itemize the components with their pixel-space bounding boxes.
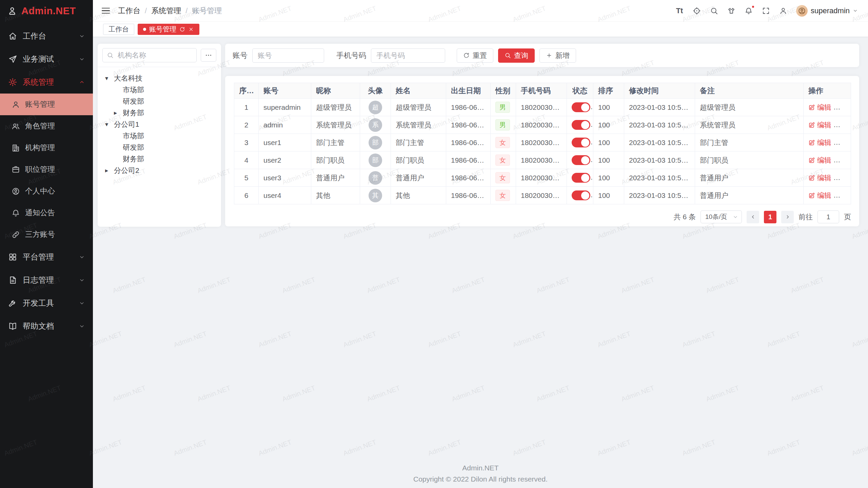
cell-nickname: 其他 <box>311 187 360 204</box>
sidebar-item[interactable]: 帮助文档 <box>0 314 93 338</box>
sidebar-item[interactable]: 工作台 <box>0 24 93 47</box>
edit-button[interactable]: 编辑 <box>808 103 831 112</box>
tree-node[interactable]: 市场部 <box>101 130 218 142</box>
row-avatar: 普 <box>369 171 382 185</box>
reset-button[interactable]: 重置 <box>457 48 493 63</box>
tree-node[interactable]: ▸财务部 <box>101 107 218 119</box>
tree-node[interactable]: 市场部 <box>101 84 218 96</box>
notification-icon[interactable] <box>744 6 753 15</box>
tab-active[interactable]: 账号管理 <box>138 24 199 35</box>
cell-modify-time: 2023-01-03 10:59:44 <box>624 99 695 116</box>
app-logo[interactable]: Admin.NET <box>0 0 93 22</box>
caret-right-icon[interactable]: ▸ <box>114 109 123 117</box>
more-actions-button[interactable] <box>839 157 846 164</box>
breadcrumb-item[interactable]: 系统管理 <box>151 6 181 16</box>
status-toggle[interactable] <box>572 173 590 183</box>
sidebar-item[interactable]: 开发工具 <box>0 291 93 314</box>
edit-button[interactable]: 编辑 <box>808 191 831 200</box>
tree-node[interactable]: ▾分公司1 <box>101 119 218 130</box>
cell-name: 超级管理员 <box>391 99 446 116</box>
tree-node[interactable]: 研发部 <box>101 142 218 153</box>
cell-birthdate: 1986-06-28 <box>446 169 491 187</box>
status-toggle[interactable] <box>572 102 590 112</box>
status-toggle[interactable] <box>572 155 590 165</box>
tree-node[interactable]: 财务部 <box>101 153 218 165</box>
next-page-button[interactable] <box>781 211 794 223</box>
phone-input[interactable] <box>371 48 445 63</box>
search-icon[interactable] <box>710 6 718 15</box>
more-actions-button[interactable] <box>839 139 846 146</box>
accounts-table: 序号账号昵称头像姓名出生日期性别手机号码状态排序修改时间备注操作 1 super… <box>234 83 851 204</box>
add-button[interactable]: 新增 <box>539 48 576 63</box>
cell-account: user2 <box>259 151 311 169</box>
goto-page-input[interactable] <box>817 210 839 223</box>
more-actions-button[interactable] <box>839 121 846 129</box>
profile-icon[interactable] <box>779 6 788 15</box>
search-button[interactable]: 查询 <box>498 48 535 63</box>
hamburger-menu-icon[interactable] <box>102 8 110 14</box>
more-actions-button[interactable] <box>839 174 846 182</box>
cell-actions: 编辑 <box>804 116 851 134</box>
tab-refresh-icon[interactable] <box>179 26 185 32</box>
sidebar-item[interactable]: 平台管理 <box>0 245 93 268</box>
edit-button[interactable]: 编辑 <box>808 156 831 165</box>
status-toggle[interactable] <box>572 120 590 130</box>
row-avatar: 部 <box>369 136 382 149</box>
caret-down-icon[interactable]: ▾ <box>105 121 114 128</box>
cell-nickname: 系统管理员 <box>311 116 360 134</box>
user-menu[interactable]: superadmin <box>796 5 858 17</box>
cell-actions: 编辑 <box>804 151 851 169</box>
edit-button[interactable]: 编辑 <box>808 173 831 183</box>
tree-node[interactable]: ▾大名科技 <box>101 73 218 84</box>
table-row: 5 user3 普通用户 普 普通用户 1986-06-28 女 1802003… <box>234 169 851 187</box>
tab[interactable]: 工作台 <box>103 24 134 35</box>
sidebar-item[interactable]: 业务测试 <box>0 47 93 70</box>
more-actions-button[interactable] <box>839 192 846 199</box>
caret-right-icon[interactable]: ▸ <box>105 167 114 174</box>
chevron-down-icon <box>79 56 85 62</box>
page-number-button[interactable]: 1 <box>764 211 776 223</box>
edit-button[interactable]: 编辑 <box>808 138 831 147</box>
sidebar-subitem[interactable]: 通知公告 <box>0 202 93 224</box>
caret-down-icon[interactable]: ▾ <box>105 75 114 82</box>
cell-remark: 普通用户 <box>695 187 804 204</box>
sidebar-subitem[interactable]: 角色管理 <box>0 115 93 137</box>
cell-birthdate: 1986-06-28 <box>446 187 491 204</box>
font-size-icon[interactable]: Tt <box>675 6 684 15</box>
prev-page-button[interactable] <box>747 211 759 223</box>
tabbar: 工作台账号管理 <box>93 22 868 37</box>
table-row: 3 user1 部门主管 部 部门主管 1986-06-28 女 1802003… <box>234 134 851 151</box>
cell-modify-time: 2023-01-03 10:59:44 <box>624 151 695 169</box>
tree-node[interactable]: ▸分公司2 <box>101 165 218 176</box>
sidebar-item[interactable]: 日志管理 <box>0 268 93 291</box>
sidebar-subitem[interactable]: 三方账号 <box>0 224 93 245</box>
fullscreen-icon[interactable] <box>762 6 770 15</box>
tab-close-icon[interactable] <box>188 26 194 32</box>
sidebar-subitem[interactable]: 个人中心 <box>0 180 93 202</box>
breadcrumb-separator: / <box>145 6 147 15</box>
edit-icon <box>808 192 815 199</box>
sidebar-subitem[interactable]: 机构管理 <box>0 137 93 159</box>
account-input[interactable] <box>252 48 324 63</box>
cell-avatar: 超 <box>360 99 391 116</box>
sidebar-item[interactable]: 系统管理 <box>0 70 93 94</box>
edit-icon <box>808 139 815 146</box>
theme-icon[interactable] <box>727 6 736 15</box>
sidebar-subitem[interactable]: 账号管理 <box>0 94 93 115</box>
tree-more-button[interactable] <box>201 49 216 62</box>
cell-gender: 女 <box>491 134 516 151</box>
edit-button[interactable]: 编辑 <box>808 120 831 130</box>
breadcrumb-separator: / <box>185 6 188 15</box>
page-size-select[interactable]: 10条/页 <box>701 210 742 223</box>
breadcrumb-item[interactable]: 工作台 <box>118 6 140 16</box>
org-search-input[interactable] <box>102 48 197 62</box>
menu-icon <box>12 165 20 174</box>
aim-icon[interactable] <box>692 6 701 15</box>
status-toggle[interactable] <box>572 190 590 200</box>
more-actions-button[interactable] <box>839 104 846 111</box>
status-toggle[interactable] <box>572 138 590 147</box>
cell-name: 其他 <box>391 187 446 204</box>
edit-label: 编辑 <box>817 191 831 200</box>
sidebar-subitem[interactable]: 职位管理 <box>0 159 93 180</box>
tree-node[interactable]: 研发部 <box>101 96 218 107</box>
